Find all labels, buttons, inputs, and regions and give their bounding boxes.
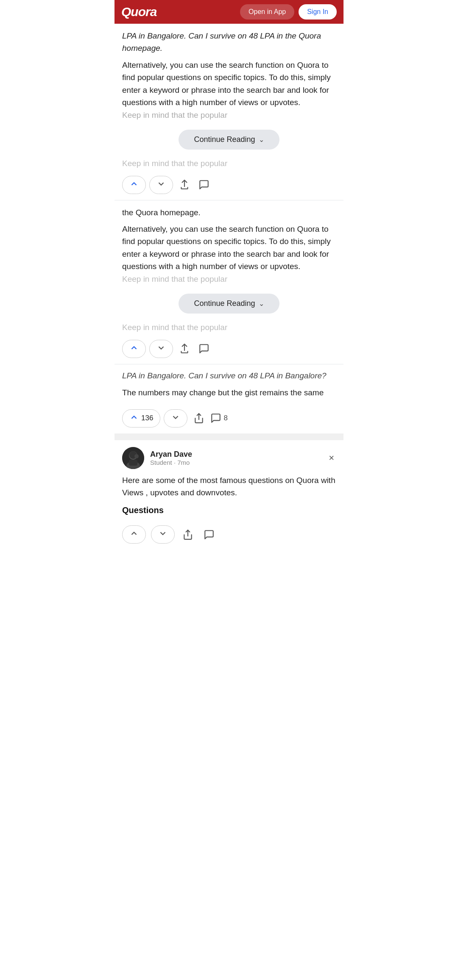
downvote-icon-1 [156,179,166,191]
continue-reading-button-1[interactable]: Continue Reading ⌄ [179,130,279,150]
upvote-icon-1 [129,179,139,191]
answer-2-text-top: the Quora homepage. [122,206,336,219]
upvote-count-3: 136 [141,414,153,422]
action-bar-1 [122,172,336,200]
comment-button-1[interactable] [196,177,212,193]
questions-heading: Questions [122,505,336,515]
author-meta: Student · 7mo [150,459,321,466]
chevron-down-icon-2: ⌄ [259,300,264,308]
new-answer-section: Aryan Dave Student · 7mo × Here are some… [114,437,344,551]
answer-3-title: LPA in Bangalore. Can I survive on 48 LP… [122,370,336,382]
svg-point-6 [134,454,139,458]
upvote-button-new[interactable] [122,525,146,544]
answer-content: Here are some of the most famous questio… [122,474,336,499]
open-in-app-button[interactable]: Open in App [240,4,294,19]
answer-2-faded: Keep in mind that the popular [122,275,227,283]
svg-rect-5 [129,460,137,466]
share-button-new[interactable] [180,527,196,543]
upvote-button-1[interactable] [122,176,146,194]
answer-1-faded: Keep in mind that the popular [122,111,227,119]
bottom-action-bar [122,521,336,550]
upvote-icon-3 [129,413,139,424]
action-bar-3: 136 8 [122,405,336,433]
answer-2-keep-in-mind: Keep in mind that the popular [122,321,336,333]
share-button-1[interactable] [176,177,193,193]
author-name: Aryan Dave [150,450,321,459]
upvote-button-3[interactable]: 136 [122,409,160,428]
answer-3-body: The numbers may change but the gist rema… [122,386,336,399]
header-buttons: Open in App Sign In [240,4,337,19]
upvote-icon-2 [129,343,139,355]
downvote-button-new[interactable] [151,525,175,544]
downvote-icon-new [158,529,168,540]
answer-1-text-top: LPA in Bangalore. Can I survive on 48 LP… [122,30,336,55]
comment-number-3: 8 [223,414,227,422]
chevron-down-icon: ⌄ [259,136,264,144]
author-info: Aryan Dave Student · 7mo [150,450,321,466]
share-button-2[interactable] [176,341,193,357]
downvote-button-3[interactable] [164,409,187,428]
share-button-3[interactable] [191,410,207,426]
upvote-button-2[interactable] [122,340,146,358]
answer-1-keep-in-mind: Keep in mind that the popular [122,157,336,169]
avatar [122,447,144,469]
close-button[interactable]: × [327,451,336,465]
sign-in-button[interactable]: Sign In [299,4,337,19]
answer-1-body: Alternatively, you can use the search fu… [122,59,336,121]
downvote-button-1[interactable] [149,176,173,194]
answer-2-body: Alternatively, you can use the search fu… [122,223,336,285]
downvote-button-2[interactable] [149,340,173,358]
answer-block-3: LPA in Bangalore. Can I survive on 48 LP… [114,364,344,437]
comment-button-new[interactable] [201,527,217,543]
quora-logo: Quora [121,5,156,19]
author-row: Aryan Dave Student · 7mo × [122,440,336,474]
downvote-icon-2 [156,343,166,355]
upvote-icon-new [129,529,139,540]
answer-block-2: the Quora homepage. Alternatively, you c… [114,200,344,364]
action-bar-2 [122,336,336,364]
continue-reading-button-2[interactable]: Continue Reading ⌄ [179,294,279,314]
answer-block-1: LPA in Bangalore. Can I survive on 48 LP… [114,24,344,200]
comment-count-3: 8 [210,413,227,424]
app-header: Quora Open in App Sign In [114,0,344,24]
comment-button-2[interactable] [196,341,212,357]
downvote-icon-3 [171,413,180,424]
